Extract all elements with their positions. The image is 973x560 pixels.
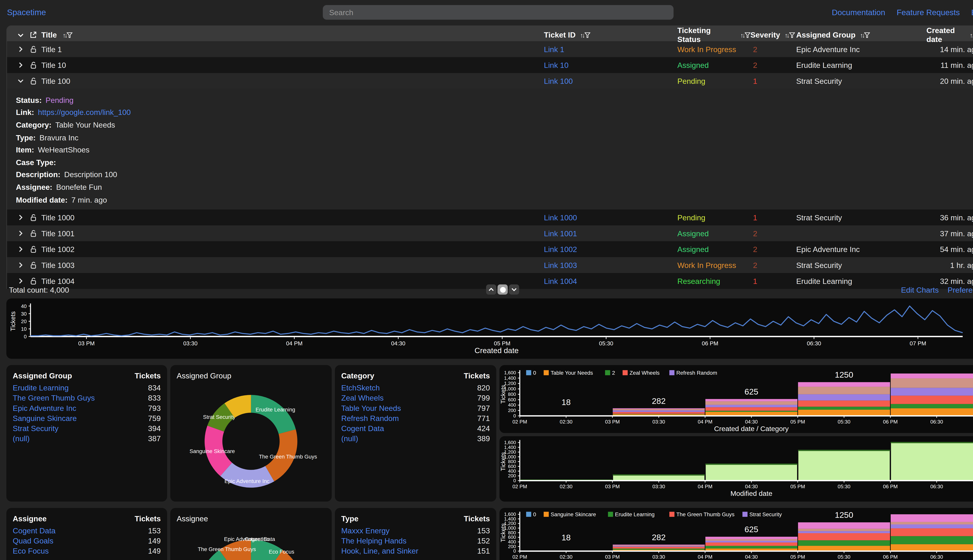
ticket-id-sort-filter[interactable]: ↑↓	[580, 32, 590, 38]
severity-value: 2	[751, 45, 796, 54]
svg-text:Refresh Random: Refresh Random	[676, 370, 717, 376]
summary-name-link[interactable]: Refresh Random	[341, 414, 399, 423]
svg-text:800: 800	[508, 530, 516, 535]
svg-text:20: 20	[21, 318, 27, 324]
ticket-link[interactable]: Link 100	[544, 77, 573, 85]
chevron-down-icon[interactable]	[16, 77, 25, 85]
summary-name-link[interactable]: Hook, Line, and Sinker	[341, 547, 418, 555]
assigned-group-value: Strat Security	[796, 261, 926, 270]
unlock-icon[interactable]	[28, 61, 38, 70]
summary-value: 151	[477, 547, 490, 555]
chevron-right-icon[interactable]	[16, 213, 25, 222]
page-indicator-button[interactable]	[498, 285, 508, 295]
severity-value: 1	[751, 77, 796, 85]
group-sort-filter[interactable]: ↑↓	[860, 32, 870, 38]
table-row[interactable]: Title 100Link 100Pending1Strat Security2…	[7, 73, 973, 89]
summary-value-col: Tickets	[464, 514, 490, 523]
created-date-value: 37 min. ago	[926, 229, 973, 238]
preferences-link[interactable]: Preferences	[948, 286, 973, 295]
title-sort-filter[interactable]: ↑↓	[62, 32, 73, 38]
svg-text:1,600: 1,600	[504, 440, 516, 445]
chevron-right-icon[interactable]	[16, 61, 25, 70]
table-row[interactable]: Title 1Link 1Work In Progress2Epic Adven…	[7, 41, 973, 57]
ticket-link[interactable]: Link 1	[544, 45, 564, 54]
summary-name-link[interactable]: The Green Thumb Guys	[13, 393, 95, 402]
summary-name-link[interactable]: Quad Goals	[13, 537, 53, 545]
summary-name-link[interactable]: Epic Adventure Inc	[13, 404, 76, 413]
ticket-link[interactable]: Link 1000	[544, 213, 577, 222]
summary-name-link[interactable]: (null)	[13, 434, 30, 443]
status-sort-filter[interactable]: ↑↓	[740, 32, 751, 38]
documentation-link[interactable]: Documentation	[832, 8, 885, 17]
col-ticketing-status: Ticketing Status	[677, 26, 736, 44]
table-row[interactable]: Title 1002Link 1002Assigned2Epic Adventu…	[7, 242, 973, 257]
detail-value: Bonefete Fun	[56, 183, 102, 192]
edit-charts-link[interactable]: Edit Charts	[901, 286, 939, 295]
unlock-icon[interactable]	[28, 261, 38, 270]
brand-link[interactable]: Spacetime	[7, 8, 46, 17]
unlock-icon[interactable]	[28, 229, 38, 238]
feature-requests-link[interactable]: Feature Requests	[897, 8, 960, 17]
summary-name-link[interactable]: EtchSketch	[341, 383, 380, 392]
summary-value-col: Tickets	[135, 514, 161, 523]
detail-field: Description:Description 100	[16, 168, 973, 181]
svg-text:Eco Focus: Eco Focus	[269, 549, 294, 555]
table-row[interactable]: Title 1003Link 1003Work In Progress2Stra…	[7, 257, 973, 273]
severity-value: 1	[751, 213, 796, 222]
bugs-link[interactable]: Bugs	[971, 8, 973, 17]
summary-row: Cogent Data153	[13, 526, 161, 536]
table-row[interactable]: Title 1001Link 1001Assigned237 min. ago	[7, 225, 973, 242]
chevron-right-icon[interactable]	[16, 261, 25, 270]
summary-name-link[interactable]: Maxxx Energy	[341, 527, 390, 535]
chevron-right-icon[interactable]	[16, 45, 25, 54]
open-external-icon[interactable]	[28, 30, 38, 40]
svg-text:06:30: 06:30	[930, 483, 943, 489]
summary-name-link[interactable]: (null)	[341, 434, 358, 443]
table-row[interactable]: Title 1000Link 1000Pending1Strat Securit…	[7, 210, 973, 226]
summary-name-link[interactable]: Cogent Data	[13, 527, 55, 535]
summary-name-link[interactable]: Strat Security	[13, 424, 59, 433]
row-title: Title 1003	[41, 261, 75, 270]
chevron-right-icon[interactable]	[16, 229, 25, 238]
ticket-link[interactable]: Link 1003	[544, 261, 577, 270]
svg-text:1,600: 1,600	[504, 370, 516, 375]
summary-name-link[interactable]: Table Your Needs	[341, 404, 401, 413]
unlock-icon[interactable]	[28, 77, 38, 85]
unlock-icon[interactable]	[28, 45, 38, 54]
svg-text:06:30: 06:30	[930, 419, 943, 425]
svg-text:400: 400	[508, 402, 516, 408]
svg-text:Created date: Created date	[475, 346, 518, 355]
collapse-all-chevron-icon[interactable]	[16, 30, 25, 40]
summary-name-link[interactable]: Erudite Learning	[13, 383, 69, 392]
search-input[interactable]	[323, 5, 674, 20]
created-sort-filter[interactable]: ↑↓	[970, 32, 973, 38]
summary-name-link[interactable]: Zeal Wheels	[341, 393, 384, 402]
table-row[interactable]: Title 10Link 10Assigned2Erudite Learning…	[7, 57, 973, 73]
svg-text:Tickets: Tickets	[500, 523, 507, 542]
detail-value: Table Your Needs	[55, 120, 115, 130]
ticket-link[interactable]: Link 10	[544, 61, 568, 70]
unlock-icon[interactable]	[28, 213, 38, 222]
page-up-button[interactable]	[486, 285, 496, 295]
svg-text:03 PM: 03 PM	[605, 554, 620, 560]
summary-name-link[interactable]: Eco Focus	[13, 547, 48, 555]
page-down-button[interactable]	[509, 285, 519, 295]
row-title: Title 10	[41, 61, 66, 70]
ticket-link[interactable]: Link 1001	[544, 229, 577, 238]
assigned-group-value: Erudite Learning	[796, 61, 926, 70]
detail-value[interactable]: https://google.com/link_100	[38, 108, 131, 117]
summary-name-link[interactable]: Cogent Data	[341, 424, 384, 433]
summary-name-link[interactable]: Sanguine Skincare	[13, 414, 77, 423]
svg-text:400: 400	[508, 468, 516, 474]
severity-sort-filter[interactable]: ↑↓	[785, 32, 795, 38]
created-date-value: 54 min. ago	[926, 245, 973, 254]
svg-text:1250: 1250	[835, 370, 853, 379]
chevron-right-icon[interactable]	[16, 245, 25, 254]
summary-value: 387	[148, 434, 161, 443]
summary-name-link[interactable]: The Helping Hands	[341, 537, 406, 545]
unlock-icon[interactable]	[28, 245, 38, 254]
svg-text:282: 282	[652, 533, 666, 542]
ticket-link[interactable]: Link 1002	[544, 245, 577, 254]
severity-value: 2	[751, 61, 796, 70]
svg-text:05 PM: 05 PM	[494, 340, 510, 347]
